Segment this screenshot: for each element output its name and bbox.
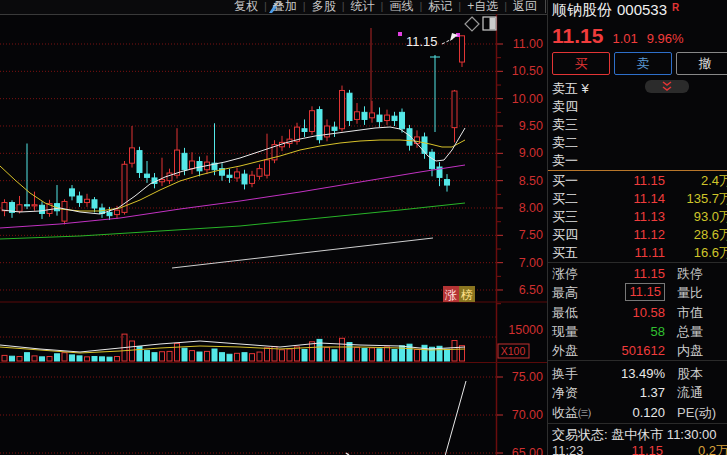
volume-bar — [115, 357, 120, 361]
candle-body — [77, 196, 82, 203]
buy-row-3[interactable]: 买三11.1393.0万 — [552, 208, 727, 226]
volume-bar — [287, 349, 292, 361]
price-axis-label: 7.00 — [519, 256, 543, 270]
buy-row-price: 11.15 — [633, 172, 665, 190]
sell-row-2[interactable]: 卖二 — [552, 134, 727, 152]
buy-row-4[interactable]: 买四11.1228.6万 — [552, 226, 727, 244]
candle-body — [347, 93, 352, 120]
candle-body — [145, 174, 150, 177]
buy-row-size: 2.4万 — [701, 172, 727, 190]
candle-body — [242, 174, 247, 184]
stat-label-right: 量比 — [677, 283, 703, 302]
buy-row-label: 买一 — [552, 173, 578, 188]
buy-row-2[interactable]: 买二11.14135.7万 — [552, 190, 727, 208]
volume-bar — [310, 342, 315, 361]
margin-tag: R — [672, 2, 679, 13]
candle-body — [40, 205, 45, 213]
stat-label-right: 内盘 — [677, 341, 703, 360]
volume-bar — [377, 349, 382, 361]
trade-buttons: 买 卖 撤 — [552, 52, 727, 75]
status-label: 交易状态: — [552, 427, 608, 442]
stat-label: 外盘 — [552, 343, 578, 358]
price-row: 11.15 1.01 9.96% — [552, 24, 684, 48]
candle-body — [160, 180, 165, 182]
stat-value: 10.58 — [632, 303, 665, 322]
sell-row-label: 卖一 — [552, 153, 578, 168]
buy-row-label: 买五 — [552, 245, 578, 260]
candle-body — [25, 205, 30, 206]
stat-row: 最高11.15量比 — [552, 283, 727, 302]
last-price: 11.15 — [552, 24, 603, 48]
buy-row-1[interactable]: 买一11.152.4万 — [552, 172, 727, 190]
drawn-trendline[interactable] — [172, 238, 433, 268]
sell-row-5[interactable]: 卖五 ¥ — [552, 80, 727, 98]
candle-body — [310, 111, 315, 132]
candle-body — [332, 127, 337, 130]
candle-body — [325, 126, 330, 137]
buy-row-price: 11.11 — [634, 244, 665, 262]
volume-bar — [2, 355, 7, 361]
volume-bar — [167, 351, 172, 361]
candle-body — [400, 112, 405, 128]
status-value: 盘中休市 11:30:00 — [611, 427, 716, 442]
volume-bar — [460, 346, 465, 361]
stat-row: 净资1.37流通 — [552, 383, 727, 402]
stat-label: 换手 — [552, 366, 578, 381]
volume-bar — [205, 351, 210, 361]
volume-bar — [220, 353, 225, 361]
cancel-button[interactable]: 撤 — [676, 52, 727, 75]
panel-layout-icon-fill — [490, 18, 496, 30]
stat-value: 1.37 — [640, 383, 665, 402]
price-change-pct: 9.96% — [647, 31, 684, 46]
candle-body — [257, 169, 262, 177]
candle-body — [107, 212, 112, 215]
sell-row-3[interactable]: 卖三 — [552, 116, 727, 134]
candle-body — [302, 129, 307, 132]
buy-row-price: 11.14 — [633, 190, 665, 208]
sell-row-label: 卖四 — [552, 99, 578, 114]
stat-row: 收益㈢0.120PE(动) — [552, 403, 727, 422]
volume-bar — [55, 354, 60, 361]
volume-bar — [362, 349, 367, 361]
candle-body — [190, 161, 195, 169]
candle-body — [167, 173, 172, 181]
stock-name: 顺钠股份 — [552, 1, 612, 20]
volume-bar — [145, 351, 150, 361]
volume-bar — [445, 349, 450, 361]
candle-body — [362, 112, 367, 119]
divider — [548, 423, 727, 424]
volume-bar — [242, 353, 247, 361]
trading-app-window: 复权|叠加|多股|统计|画线|标记|+自选|返回 11.0010.5010.00… — [0, 0, 727, 455]
stat-label-right: 市值 — [677, 303, 703, 322]
candle-body — [265, 160, 270, 175]
buy-row-5[interactable]: 买五11.1116.6万 — [552, 244, 727, 262]
rank-badge-text[interactable]: 涨 — [444, 288, 457, 302]
indicator-axis-label: 65.00 — [512, 446, 543, 455]
sell-row-1[interactable]: 卖一 — [552, 152, 727, 170]
tick-price: 11.15 — [631, 444, 663, 455]
buy-button[interactable]: 买 — [552, 52, 610, 75]
volume-bar — [325, 347, 330, 361]
buy-row-size: 93.0万 — [694, 208, 727, 226]
rank-badge-text[interactable]: 榜 — [460, 288, 473, 302]
stock-chart[interactable]: 11.0010.5010.009.509.008.508.007.507.006… — [0, 0, 548, 455]
diamond-tool-icon[interactable] — [465, 17, 479, 31]
volume-bar — [47, 357, 52, 361]
stat-row: 涨停11.15跌停 — [552, 264, 727, 283]
sell-button[interactable]: 卖 — [614, 52, 672, 75]
volume-bar — [422, 345, 427, 361]
volume-bar — [212, 349, 217, 361]
candle-body — [445, 180, 450, 185]
candle-body — [2, 203, 7, 211]
quote-panel: 顺钠股份 000533 R 11.15 1.01 9.96% 买 卖 撤 卖五 … — [548, 0, 727, 455]
stat-label: 涨停 — [552, 266, 578, 281]
annotation-handle[interactable] — [398, 32, 402, 36]
sell-row-4[interactable]: 卖四 — [552, 98, 727, 116]
price-axis-label: 6.50 — [519, 283, 543, 297]
volume-bar — [10, 356, 15, 361]
candle-body — [130, 148, 135, 163]
stat-label: 最低 — [552, 305, 578, 320]
price-axis-label: 10.50 — [512, 64, 543, 78]
buy-row-label: 买二 — [552, 191, 578, 206]
volume-bar — [17, 357, 22, 361]
